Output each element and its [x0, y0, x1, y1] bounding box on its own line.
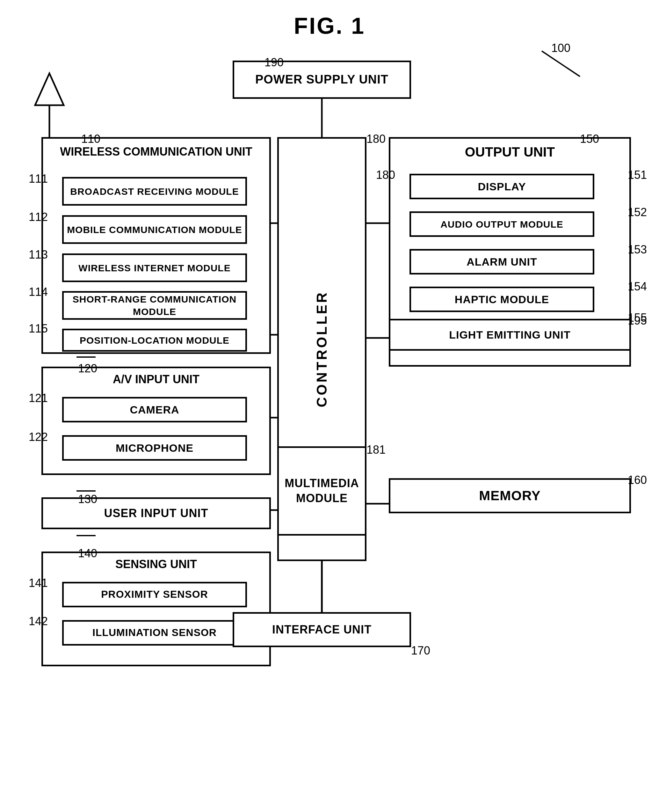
label-180: 180	[376, 168, 395, 182]
av-input-label: A/V INPUT UNIT	[43, 373, 269, 386]
label-141: 141	[29, 577, 48, 590]
svg-line-29	[542, 51, 580, 76]
power-supply-box: POWER SUPPLY UNIT	[233, 60, 411, 99]
interface-box: INTERFACE UNIT	[233, 612, 411, 647]
wireless-comm-outer: WIRELESS COMMUNICATION UNIT BROADCAST RE…	[41, 137, 271, 354]
wireless-internet-box: WIRELESS INTERNET MODULE	[62, 253, 247, 282]
label-150: 150	[580, 132, 599, 146]
label-112: 112	[29, 210, 48, 224]
sensing-outer: SENSING UNIT PROXIMITY SENSOR ILLUMINATI…	[41, 551, 271, 666]
short-range-box: SHORT-RANGE COMMUNICATION MODULE	[62, 291, 247, 320]
label-120: 120	[78, 362, 97, 375]
label-170: 170	[411, 644, 430, 657]
figure-title: FIG. 1	[294, 13, 365, 39]
alarm-box: ALARM UNIT	[410, 249, 594, 275]
sensing-label: SENSING UNIT	[43, 558, 269, 571]
label-153: 153	[628, 243, 647, 256]
svg-marker-1	[35, 73, 64, 105]
label-140: 140	[78, 547, 97, 560]
position-location-box: POSITION-LOCATION MODULE	[62, 329, 247, 352]
multimedia-box: MULTIMEDIA MODULE	[277, 446, 366, 536]
label-121: 121	[29, 392, 48, 405]
label-130: 130	[78, 493, 97, 506]
label-190: 190	[265, 56, 284, 69]
label-181: 181	[366, 443, 386, 457]
memory-box: MEMORY	[389, 478, 631, 513]
label-113: 113	[29, 248, 48, 261]
label-122: 122	[29, 430, 48, 444]
user-input-box: USER INPUT UNIT	[41, 497, 271, 529]
label-110: 110	[81, 132, 100, 146]
wireless-comm-label: WIRELESS COMMUNICATION UNIT	[43, 144, 269, 160]
label-160: 160	[628, 474, 647, 487]
output-label: OUTPUT UNIT	[390, 144, 629, 160]
camera-box: CAMERA	[62, 397, 247, 422]
label-142: 142	[29, 615, 48, 628]
label-114: 114	[29, 285, 48, 299]
av-input-outer: A/V INPUT UNIT CAMERA MICROPHONE	[41, 367, 271, 475]
mobile-comm-box: MOBILE COMMUNICATION MODULE	[62, 215, 247, 244]
microphone-box: MICROPHONE	[62, 435, 247, 461]
diagram-container: FIG. 1 100 POWER SUPPLY UNIT 190 CONTROL…	[0, 0, 659, 812]
label-111: 111	[29, 172, 48, 186]
proximity-box: PROXIMITY SENSOR	[62, 582, 247, 607]
label-152: 152	[628, 205, 647, 219]
audio-output-box: AUDIO OUTPUT MODULE	[410, 212, 594, 237]
broadcast-box: BROADCAST RECEIVING MODULE	[62, 177, 247, 205]
illumination-box: ILLUMINATION SENSOR	[62, 620, 247, 646]
label-154: 154	[628, 280, 647, 293]
label-195: 195	[628, 314, 647, 327]
label-100: 100	[551, 41, 571, 55]
label-115: 115	[29, 322, 48, 335]
haptic-box: HAPTIC MODULE	[410, 287, 594, 312]
light-emitting-box: LIGHT EMITTING UNIT	[389, 319, 631, 351]
label-180: 180	[366, 132, 386, 146]
display-box: DISPLAY	[410, 174, 594, 199]
label-151: 151	[628, 168, 647, 182]
